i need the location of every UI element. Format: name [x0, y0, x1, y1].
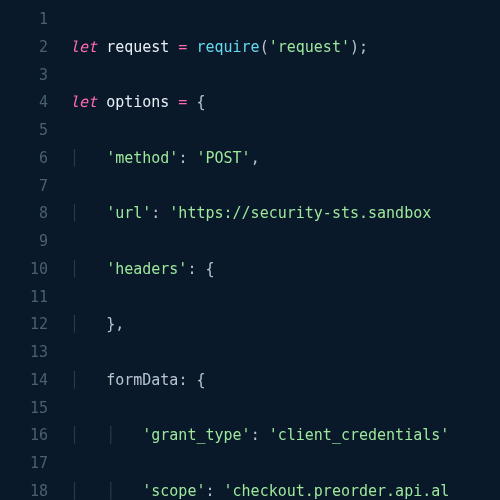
line-number: 18	[0, 478, 48, 500]
code-line: │ 'method': 'POST',	[70, 145, 449, 173]
line-number: 16	[0, 422, 48, 450]
code-line: let request = require('request');	[70, 34, 449, 62]
line-number: 7	[0, 173, 48, 201]
line-number: 1	[0, 6, 48, 34]
code-line: │ │ 'grant_type': 'client_credentials'	[70, 422, 449, 450]
line-number: 17	[0, 450, 48, 478]
line-number: 13	[0, 339, 48, 367]
line-number: 10	[0, 256, 48, 284]
line-number: 9	[0, 228, 48, 256]
line-number: 3	[0, 62, 48, 90]
line-number: 11	[0, 284, 48, 312]
code-line: let options = {	[70, 89, 449, 117]
code-content[interactable]: let request = require('request'); let op…	[70, 6, 449, 500]
line-number: 12	[0, 311, 48, 339]
code-line: │ formData: {	[70, 367, 449, 395]
code-line: │ 'url': 'https://security-sts.sandbox	[70, 200, 449, 228]
code-line: │ 'headers': {	[70, 256, 449, 284]
code-line: │ },	[70, 311, 449, 339]
line-number: 2	[0, 34, 48, 62]
line-number: 15	[0, 395, 48, 423]
line-number: 14	[0, 367, 48, 395]
line-number: 5	[0, 117, 48, 145]
line-number-gutter: 1 2 3 4 5 6 7 8 9 10 11 12 13 14 15 16 1…	[0, 6, 70, 500]
line-number: 6	[0, 145, 48, 173]
line-number: 8	[0, 200, 48, 228]
code-editor: 1 2 3 4 5 6 7 8 9 10 11 12 13 14 15 16 1…	[0, 0, 500, 500]
code-line: │ │ 'scope': 'checkout.preorder.api.al	[70, 478, 449, 500]
line-number: 4	[0, 89, 48, 117]
